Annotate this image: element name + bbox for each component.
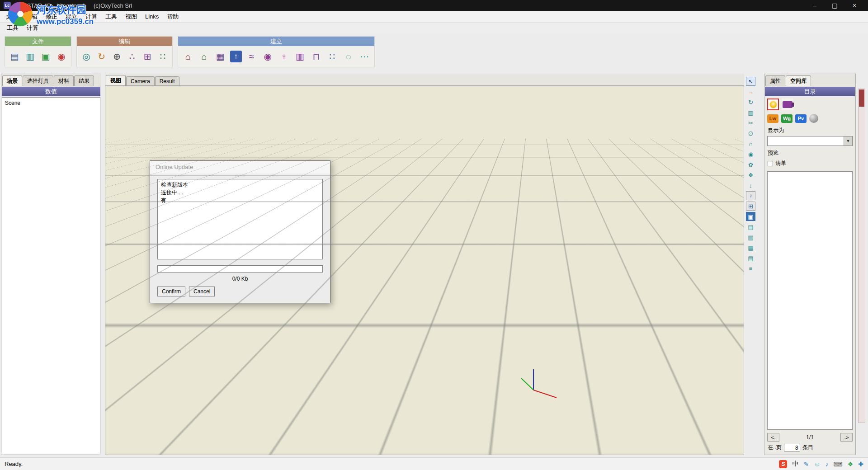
new-document-icon[interactable]: ▤	[9, 50, 21, 63]
cancel-button[interactable]: Cancel	[189, 287, 215, 296]
list-checkbox[interactable]	[768, 161, 773, 166]
bridge-icon[interactable]: ⊓	[310, 50, 322, 63]
close-button[interactable]: ×	[844, 2, 864, 9]
log-line: 连接中....	[161, 189, 319, 197]
catalog-list[interactable]	[767, 171, 853, 430]
outdoor-scene-icon[interactable]: ⌂	[198, 50, 211, 63]
tree-item-scene[interactable]: Scene	[5, 100, 97, 106]
cut-icon[interactable]: ✂	[746, 118, 755, 127]
application-window: Lc LITESTAR 4D - Litecalc v.1 (c)OxyTech…	[0, 0, 868, 470]
stats-icon[interactable]: ▥	[746, 108, 755, 117]
tab-properties[interactable]: 属性	[765, 75, 785, 86]
right-scrollbar[interactable]	[858, 89, 865, 423]
mic-icon[interactable]: ♪	[825, 461, 828, 468]
power-icon[interactable]: ◉	[56, 50, 68, 63]
select-circle-icon[interactable]: ◎	[80, 50, 92, 63]
keyboard-icon[interactable]: ⌨	[833, 461, 842, 468]
save-icon[interactable]: ▣	[40, 50, 52, 63]
right-panel-tabs: 属性 空间库	[764, 74, 855, 86]
move-icon[interactable]: ⊕	[111, 50, 123, 63]
tab-camera[interactable]: Camera	[126, 76, 155, 85]
scene-tree[interactable]: Scene	[2, 97, 100, 454]
building-icon[interactable]: ▦	[214, 50, 226, 63]
menu-tools[interactable]: 工具	[101, 12, 121, 22]
minimize-button[interactable]: –	[805, 2, 825, 9]
axes-icon[interactable]: ❖	[746, 170, 755, 179]
maximize-button[interactable]: ▢	[825, 2, 844, 9]
tab-space-library[interactable]: 空间库	[786, 75, 811, 86]
bulb-icon	[770, 101, 777, 108]
chevron-down-icon[interactable]: ▼	[844, 136, 852, 146]
menu-links[interactable]: Links	[141, 12, 163, 21]
luminaire-pole-icon[interactable]: ♀	[278, 50, 290, 63]
monitor-icon[interactable]: ▣	[746, 212, 755, 221]
next-page-button[interactable]: ->	[840, 433, 853, 442]
array-circle-icon[interactable]: ◌	[342, 50, 355, 63]
sogou-ime-icon[interactable]: S	[779, 460, 787, 468]
smiley-icon[interactable]: ☺	[814, 461, 820, 468]
frame-icon[interactable]: ⊞	[746, 202, 755, 211]
watermark-site-name: 河东软件园	[37, 3, 94, 17]
fence-icon[interactable]: ▥	[294, 50, 307, 63]
tab-result[interactable]: 结果	[74, 75, 94, 86]
wrench-icon[interactable]: ✚	[858, 461, 863, 468]
tab-material[interactable]: 材料	[54, 75, 74, 86]
projector-catalog-icon[interactable]	[782, 99, 793, 110]
tab-select-luminaire[interactable]: 选择灯具	[23, 75, 53, 86]
rotate-icon[interactable]: ↻	[96, 50, 108, 63]
clip-icon[interactable]: ∅	[746, 129, 755, 138]
room-icon[interactable]: ⌂	[182, 50, 194, 63]
items-per-page-input[interactable]	[784, 444, 800, 451]
menu-view[interactable]: 视图	[121, 12, 141, 22]
extrude-up-icon[interactable]: ↑	[230, 51, 242, 62]
tab-scene[interactable]: 场景	[2, 75, 22, 86]
photo-icon[interactable]: ◉	[746, 150, 755, 159]
pager: <- 1/1 ->	[764, 432, 855, 443]
confirm-button[interactable]: Confirm	[157, 287, 185, 296]
format-row: Lw Wg Pv	[764, 112, 855, 125]
array-line-icon[interactable]: ⋯	[358, 50, 371, 63]
display-as-dropdown[interactable]: ▼	[767, 136, 853, 146]
lamp-catalog-icon[interactable]	[767, 99, 779, 110]
orbit-icon[interactable]: ↻	[746, 98, 755, 107]
pan-icon[interactable]: →	[746, 87, 755, 96]
tab-view[interactable]: 视图	[106, 75, 126, 85]
group-icon[interactable]: ∴	[126, 50, 138, 63]
group-header-build: 建立	[178, 37, 374, 46]
array-grid-icon[interactable]: ∷	[326, 50, 339, 63]
pattern-icon[interactable]: ∷	[157, 50, 169, 63]
sphere-preview-icon[interactable]	[809, 114, 818, 123]
wg-format-icon[interactable]: Wg	[781, 114, 793, 123]
camera-object-icon[interactable]: ◉	[261, 50, 274, 63]
drop-icon[interactable]: ↓	[746, 181, 755, 190]
lw-format-icon[interactable]: Lw	[767, 114, 778, 123]
scrollbar-thumb[interactable]	[859, 89, 864, 107]
shield-icon[interactable]: ❖	[848, 461, 854, 468]
menubar: 文件 编辑 修正 建立 计算 工具 视图 Links 帮助	[0, 11, 868, 23]
left-panel-tabs: 场景 选择灯具 材料 结果	[1, 74, 101, 86]
rows-icon[interactable]: ▤	[746, 254, 755, 263]
menu-help[interactable]: 帮助	[163, 12, 183, 22]
pen-icon[interactable]: ✎	[803, 461, 809, 468]
site-logo-icon	[8, 2, 33, 26]
pointer-icon[interactable]: ↖	[746, 77, 755, 86]
online-update-dialog: Online Update 检查新版本 连接中.... 有 0/0 Kb Con…	[150, 160, 330, 303]
columns-icon[interactable]: ▦	[746, 243, 755, 252]
hierarchy-icon[interactable]: ⊞	[142, 50, 153, 63]
pv-format-icon[interactable]: Pv	[795, 114, 807, 123]
pin-icon[interactable]: ♀	[746, 191, 755, 200]
flower-icon[interactable]: ✿	[746, 160, 755, 169]
road-icon[interactable]: ≈	[245, 50, 258, 63]
per-page-prefix: 在..页	[768, 444, 782, 451]
open-document-icon[interactable]: ▥	[24, 50, 37, 63]
layers-icon[interactable]: ≡	[746, 264, 755, 273]
tab-result-view[interactable]: Result	[155, 76, 179, 85]
panel-icon[interactable]: ▥	[746, 233, 755, 242]
arc-icon[interactable]: ∩	[746, 139, 755, 148]
table-icon[interactable]: ▤	[746, 222, 755, 231]
chinese-ime-indicator[interactable]: 中	[792, 460, 798, 468]
prev-page-button[interactable]: <-	[767, 433, 779, 442]
group-header-edit: 编辑	[77, 37, 172, 46]
dropdown-value	[768, 136, 844, 146]
log-line: 检查新版本	[161, 181, 319, 189]
